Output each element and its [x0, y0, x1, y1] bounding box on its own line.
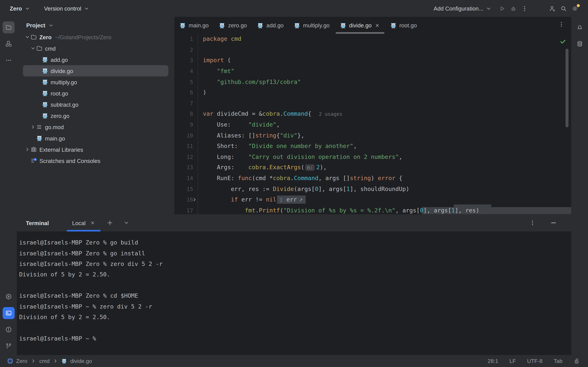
new-terminal-session-button[interactable]: [104, 217, 115, 228]
tree-item-add.go[interactable]: add.go: [23, 54, 168, 65]
more-tool-windows-button[interactable]: [2, 54, 15, 67]
gutter: 5: [174, 76, 198, 87]
go-file-icon: [42, 57, 48, 63]
run-configuration-selector[interactable]: Add Configuration...: [434, 5, 491, 12]
project-tool-window-button[interactable]: [2, 21, 15, 33]
terminal-line: israel@Israels-MBP Zero % go build: [19, 237, 571, 248]
search-everywhere-button[interactable]: [558, 3, 569, 14]
settings-button[interactable]: [569, 3, 580, 14]
go-file-icon: [61, 358, 67, 364]
line-number: 14: [176, 175, 198, 181]
tree-item-go.mod[interactable]: go.mod: [23, 121, 168, 133]
notifications-button[interactable]: [573, 21, 586, 33]
chevron-down-icon: [25, 34, 30, 40]
editor-tab-zero.go[interactable]: zero.go: [214, 17, 252, 34]
more-actions-button[interactable]: [519, 3, 530, 14]
tree-item-zero[interactable]: Zero~/GolandProjects/Zero: [23, 32, 168, 43]
code-line-17[interactable]: 17 fmt.Printf("Division of %s by %s = %.…: [174, 205, 571, 214]
editor-tab-multiply.go[interactable]: multiply.go: [289, 17, 335, 34]
user-plus-icon: [549, 5, 555, 11]
code-line-12[interactable]: 12 Long: "Carry out division operation o…: [174, 151, 571, 162]
git-tool-window-button[interactable]: [2, 340, 15, 352]
project-widget-button[interactable]: Zero: [10, 5, 30, 12]
settings-notification-badge: [577, 4, 580, 7]
line-number: 17: [176, 208, 198, 213]
line-number: 1: [176, 36, 198, 42]
code-line-11[interactable]: 11 Short: "Divide one number by another"…: [174, 141, 571, 151]
file-encoding[interactable]: UTF-8: [527, 358, 543, 364]
tree-item-label: Zero: [39, 34, 52, 40]
code-line-6[interactable]: 6): [174, 87, 571, 98]
code-line-1[interactable]: 1package cmd: [174, 34, 571, 44]
tab-options-kebab-icon[interactable]: [558, 21, 564, 27]
go-file-icon: [42, 90, 48, 96]
code-line-2[interactable]: 2: [174, 44, 571, 55]
code-line-9[interactable]: 9 Use: "divide",: [174, 119, 571, 130]
terminal-tool-window-button[interactable]: [2, 307, 15, 319]
code-line-16[interactable]: 16 if err != nil: err: [174, 194, 571, 205]
run-button[interactable]: [496, 3, 508, 14]
code-line-14[interactable]: 14 RunE: func(cmd *cobra.Command, args […: [174, 173, 571, 184]
chevron-right-icon: [25, 147, 30, 152]
code-line-13[interactable]: 13 Args: cobra.ExactArgs(n:2),: [174, 162, 571, 173]
code-editor[interactable]: 1package cmd23import (4 "fmt"5 "github.c…: [174, 34, 571, 214]
project-view-title: Project: [26, 22, 45, 28]
vcs-widget-button[interactable]: Version control: [44, 5, 89, 12]
code-line-4[interactable]: 4 "fmt": [174, 66, 571, 76]
editor-area: main.gozero.goadd.gomultiply.godivide.go…: [174, 17, 571, 214]
structure-tool-window-button[interactable]: [2, 38, 15, 50]
tree-item-root.go[interactable]: root.go: [23, 88, 168, 99]
code-line-3[interactable]: 3import (: [174, 55, 571, 66]
tree-item-external-libraries[interactable]: External Libraries: [23, 144, 168, 155]
caret-position[interactable]: 28:1: [488, 358, 498, 364]
tree-item-zero.go[interactable]: zero.go: [23, 110, 168, 121]
folded-region[interactable]: : err: [277, 196, 306, 204]
terminal-title: Terminal: [17, 220, 49, 226]
services-tool-window-button[interactable]: [2, 291, 15, 303]
breadcrumb-file[interactable]: divide.go: [70, 358, 92, 364]
folder-icon: [5, 24, 11, 30]
terminal-session-dropdown-button[interactable]: [121, 217, 132, 228]
line-ending[interactable]: LF: [509, 358, 516, 364]
plus-icon: [107, 220, 113, 226]
tree-item-subtract.go[interactable]: subtract.go: [23, 99, 168, 110]
scratches-icon: [31, 158, 37, 164]
tree-item-scratches-and-consoles[interactable]: Scratches and Consoles: [23, 155, 168, 166]
tree-item-multiply.go[interactable]: multiply.go: [23, 76, 168, 88]
project-view-selector[interactable]: Project: [17, 17, 174, 32]
code-line-10[interactable]: 10 Aliases: []string{"div"},: [174, 130, 571, 141]
code-line-15[interactable]: 15 err, res := Divide(args[0], args[1], …: [174, 184, 571, 194]
editor-tab-divide.go[interactable]: divide.go: [335, 17, 385, 34]
breadcrumb-project[interactable]: Zero: [16, 358, 27, 364]
usages-hint[interactable]: 2 usages: [319, 111, 342, 117]
editor-tab-main.go[interactable]: main.go: [174, 17, 214, 34]
breadcrumb-folder[interactable]: cmd: [39, 358, 50, 364]
editor-tab-root.go[interactable]: root.go: [385, 17, 422, 34]
gutter: 2: [174, 44, 198, 55]
editor-tab-add.go[interactable]: add.go: [252, 17, 289, 34]
tree-item-cmd[interactable]: cmd: [23, 43, 168, 54]
gutter: 17: [174, 205, 198, 214]
terminal-header: Terminal Local: [17, 214, 571, 232]
code-line-7[interactable]: 7: [174, 98, 571, 109]
terminal-tab-local[interactable]: Local: [67, 214, 101, 231]
code-line-8[interactable]: 8var divideCmd = &cobra.Command{2 usages: [174, 109, 571, 119]
database-icon: [577, 41, 583, 47]
terminal-output[interactable]: israel@Israels-MBP Zero % go buildisrael…: [17, 232, 571, 344]
gutter: 12: [174, 151, 198, 162]
run-configuration-label: Add Configuration...: [434, 5, 483, 12]
database-tool-window-button[interactable]: [573, 38, 586, 50]
close-icon[interactable]: [90, 220, 95, 225]
terminal-options-button[interactable]: [527, 217, 538, 228]
code-line-5[interactable]: 5 "github.com/spf13/cobra": [174, 76, 571, 87]
tree-item-divide.go[interactable]: divide.go: [23, 65, 168, 76]
indent-style[interactable]: Tab: [554, 358, 563, 364]
left-tool-strip: [0, 17, 17, 355]
tree-item-main.go[interactable]: main.go: [23, 133, 168, 144]
unlocked-padlock-icon[interactable]: [574, 358, 580, 364]
editor-tab-label: add.go: [267, 22, 284, 28]
problems-tool-window-button[interactable]: [2, 324, 15, 335]
hide-terminal-button[interactable]: [548, 217, 559, 228]
code-with-me-button[interactable]: [547, 3, 558, 14]
debug-button[interactable]: [508, 3, 519, 14]
